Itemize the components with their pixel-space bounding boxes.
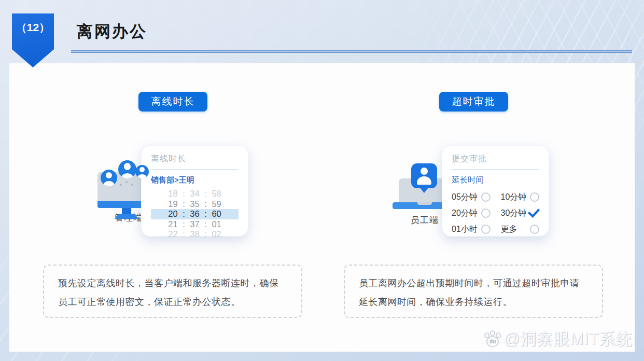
time-option[interactable]: 22 : 38 : 02: [151, 229, 239, 240]
extend-time-options: 05分钟 10分钟 20分钟 30分钟 01小时 更多: [452, 192, 539, 234]
user-avatar-icon: [101, 170, 117, 186]
radio-unchecked-icon[interactable]: [530, 192, 539, 202]
target-user-label: 销售部>王明: [151, 175, 239, 185]
baidu-paw-icon: du: [484, 330, 501, 348]
monitor-stand: [122, 208, 131, 214]
title-divider: [71, 50, 632, 53]
monitor-base: [115, 214, 138, 219]
slide-canvas: （12） 离网办公 离线时长 超时审批 管理端 离线时长 销售部>王明 18 :…: [0, 0, 644, 361]
card-title: 提交审批: [452, 154, 539, 164]
check-icon[interactable]: [528, 205, 540, 218]
time-picker: 18 : 34 : 58 19 : 35 : 59 20 : 36 : 60 2…: [151, 189, 239, 240]
time-option-selected[interactable]: 20 : 36 : 60: [151, 209, 239, 219]
offline-duration-button[interactable]: 离线时长: [138, 92, 207, 112]
radio-unchecked-icon[interactable]: [530, 225, 539, 234]
card-divider: [151, 169, 239, 170]
option-5min[interactable]: 05分钟: [452, 192, 491, 202]
chapter-badge: （12）: [12, 0, 54, 67]
time-option[interactable]: 19 : 35 : 59: [151, 199, 239, 210]
option-30min-selected[interactable]: 30分钟: [501, 209, 540, 218]
watermark-text: @洞察眼MIT系统: [503, 328, 633, 350]
option-10min[interactable]: 10分钟: [501, 192, 540, 202]
offline-duration-description: 预先设定离线时长，当客户端和服务器断连时，确保员工可正常使用密文，保证正常办公状…: [43, 265, 302, 318]
timeout-approval-description: 员工离网办公超出预期时间时，可通过超时审批申请延长离网时间，确保业务持续运行。: [344, 265, 603, 318]
chapter-number: （12）: [16, 20, 50, 35]
watermark: du @洞察眼MIT系统: [484, 328, 633, 350]
card-divider: [452, 169, 539, 170]
radio-unchecked-icon[interactable]: [481, 225, 491, 234]
option-1hour[interactable]: 01小时: [452, 225, 491, 234]
radio-unchecked-icon[interactable]: [481, 192, 491, 202]
card-title: 离线时长: [151, 154, 239, 164]
radio-unchecked-icon[interactable]: [481, 209, 491, 218]
time-option[interactable]: 18 : 34 : 58: [151, 189, 239, 199]
timeout-approval-button[interactable]: 超时审批: [439, 92, 508, 112]
time-option[interactable]: 21 : 37 : 01: [151, 219, 239, 230]
option-more[interactable]: 更多: [501, 225, 540, 234]
page-title: 离网办公: [77, 21, 147, 43]
user-avatar-icon: [118, 160, 136, 178]
laptop-notch: [417, 202, 432, 205]
user-bubble-icon: [411, 163, 437, 188]
approval-card: 提交审批 延长时间 05分钟 10分钟 20分钟 30分钟 01小时: [442, 145, 549, 237]
extend-time-label: 延长时间: [452, 175, 539, 186]
offline-duration-card: 离线时长 销售部>王明 18 : 34 : 58 19 : 35 : 59 20…: [141, 145, 248, 237]
option-20min[interactable]: 20分钟: [452, 209, 491, 218]
user-avatar-icon: [135, 165, 149, 178]
